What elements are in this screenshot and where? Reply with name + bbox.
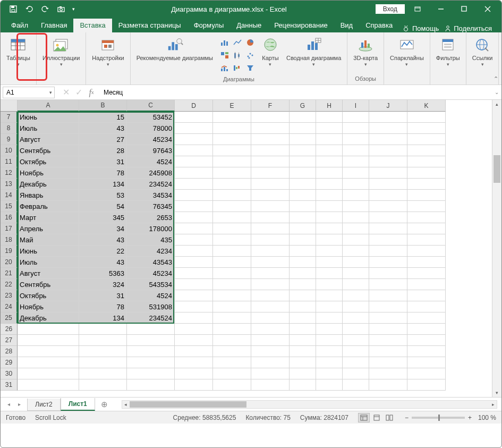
cell[interactable] bbox=[343, 167, 369, 179]
cell[interactable] bbox=[407, 201, 446, 212]
cell[interactable] bbox=[213, 290, 251, 301]
cell[interactable] bbox=[213, 190, 251, 201]
row-header[interactable]: 19 bbox=[1, 246, 18, 257]
cell[interactable] bbox=[175, 145, 213, 156]
cell[interactable] bbox=[343, 290, 369, 301]
row-header[interactable]: 22 bbox=[1, 279, 18, 290]
cell[interactable] bbox=[290, 112, 316, 123]
cell[interactable] bbox=[316, 279, 343, 290]
cell[interactable] bbox=[175, 246, 213, 257]
row-header[interactable]: 9 bbox=[1, 134, 18, 145]
cell[interactable] bbox=[175, 379, 213, 391]
cell[interactable] bbox=[290, 123, 316, 134]
cell[interactable] bbox=[407, 223, 446, 234]
funnel-chart-icon[interactable] bbox=[244, 62, 256, 74]
cell[interactable]: 53 bbox=[79, 190, 127, 201]
cell[interactable] bbox=[316, 312, 343, 324]
cell[interactable] bbox=[316, 346, 343, 357]
cell[interactable] bbox=[79, 335, 127, 346]
row-header[interactable]: 20 bbox=[1, 257, 18, 268]
cell[interactable] bbox=[290, 212, 316, 223]
scatter-chart-icon[interactable] bbox=[244, 49, 256, 61]
cell[interactable]: 28 bbox=[79, 145, 127, 156]
cell[interactable] bbox=[369, 257, 407, 268]
cell[interactable] bbox=[213, 234, 251, 246]
row-header[interactable]: 10 bbox=[1, 145, 18, 156]
cell[interactable] bbox=[407, 268, 446, 279]
illustrations-button[interactable]: Иллюстрации▾ bbox=[40, 35, 82, 69]
tab-formulas[interactable]: Формулы bbox=[188, 19, 231, 32]
cell[interactable] bbox=[175, 335, 213, 346]
cell[interactable] bbox=[290, 179, 316, 190]
cell[interactable] bbox=[343, 312, 369, 324]
cell[interactable]: 31 bbox=[79, 290, 127, 301]
cell[interactable]: 45234 bbox=[127, 134, 175, 145]
cell[interactable] bbox=[213, 301, 251, 312]
cell[interactable] bbox=[369, 112, 407, 123]
cell[interactable] bbox=[251, 179, 290, 190]
cell[interactable]: 234524 bbox=[127, 179, 175, 190]
cell[interactable] bbox=[18, 357, 79, 368]
cell[interactable] bbox=[251, 335, 290, 346]
cell[interactable] bbox=[343, 346, 369, 357]
row-header[interactable]: 24 bbox=[1, 301, 18, 312]
cell[interactable] bbox=[316, 167, 343, 179]
filters-button[interactable]: Фильтры▾ bbox=[433, 35, 463, 69]
pivotchart-button[interactable]: Сводная диаграмма▾ bbox=[284, 35, 344, 76]
cell[interactable] bbox=[290, 246, 316, 257]
cell[interactable]: 4524 bbox=[127, 290, 175, 301]
cell[interactable]: Декабрь bbox=[18, 312, 79, 324]
ribbon-display-options[interactable] bbox=[407, 1, 428, 17]
name-box[interactable]: A1▾ bbox=[3, 87, 55, 98]
cell[interactable]: Февраль bbox=[18, 201, 79, 212]
cell[interactable] bbox=[316, 134, 343, 145]
cell[interactable] bbox=[18, 379, 79, 391]
cell[interactable] bbox=[290, 257, 316, 268]
cell[interactable] bbox=[79, 368, 127, 379]
cell[interactable] bbox=[251, 112, 290, 123]
cell[interactable] bbox=[407, 112, 446, 123]
column-header[interactable]: I bbox=[343, 100, 369, 112]
cell[interactable] bbox=[343, 379, 369, 391]
cell[interactable] bbox=[369, 246, 407, 257]
cell[interactable] bbox=[343, 301, 369, 312]
cell[interactable] bbox=[316, 290, 343, 301]
zoom-in-button[interactable]: + bbox=[468, 414, 472, 421]
row-header[interactable]: 15 bbox=[1, 201, 18, 212]
cell[interactable] bbox=[343, 357, 369, 368]
cell[interactable]: 22 bbox=[79, 246, 127, 257]
spreadsheet-grid[interactable]: ABCDEFGHIJK 7Июнь15534528Июль43780009Авг… bbox=[1, 100, 492, 397]
cell[interactable] bbox=[175, 312, 213, 324]
maximize-button[interactable] bbox=[454, 1, 475, 17]
cell[interactable] bbox=[316, 268, 343, 279]
cell[interactable]: 324 bbox=[79, 279, 127, 290]
cell[interactable] bbox=[407, 134, 446, 145]
cell[interactable] bbox=[175, 234, 213, 246]
cell[interactable] bbox=[343, 123, 369, 134]
cell[interactable] bbox=[213, 312, 251, 324]
view-page-break-button[interactable] bbox=[384, 413, 395, 422]
cell[interactable] bbox=[369, 379, 407, 391]
cell[interactable] bbox=[175, 357, 213, 368]
cell[interactable] bbox=[175, 201, 213, 212]
cell[interactable] bbox=[316, 357, 343, 368]
cell[interactable] bbox=[407, 324, 446, 335]
cell[interactable] bbox=[407, 145, 446, 156]
cell[interactable] bbox=[290, 167, 316, 179]
row-header[interactable]: 18 bbox=[1, 234, 18, 246]
cell[interactable] bbox=[343, 179, 369, 190]
cell[interactable] bbox=[18, 346, 79, 357]
cell[interactable] bbox=[251, 379, 290, 391]
column-header[interactable]: H bbox=[316, 100, 343, 112]
cell[interactable]: 134 bbox=[79, 179, 127, 190]
cell[interactable] bbox=[407, 190, 446, 201]
cell[interactable]: 31 bbox=[79, 156, 127, 167]
cell[interactable] bbox=[290, 357, 316, 368]
cell[interactable] bbox=[127, 368, 175, 379]
row-header[interactable]: 27 bbox=[1, 335, 18, 346]
cell[interactable] bbox=[343, 246, 369, 257]
tables-button[interactable]: Таблицы▾ bbox=[4, 35, 33, 69]
cell[interactable] bbox=[213, 123, 251, 134]
cell[interactable] bbox=[213, 324, 251, 335]
cell[interactable] bbox=[213, 335, 251, 346]
